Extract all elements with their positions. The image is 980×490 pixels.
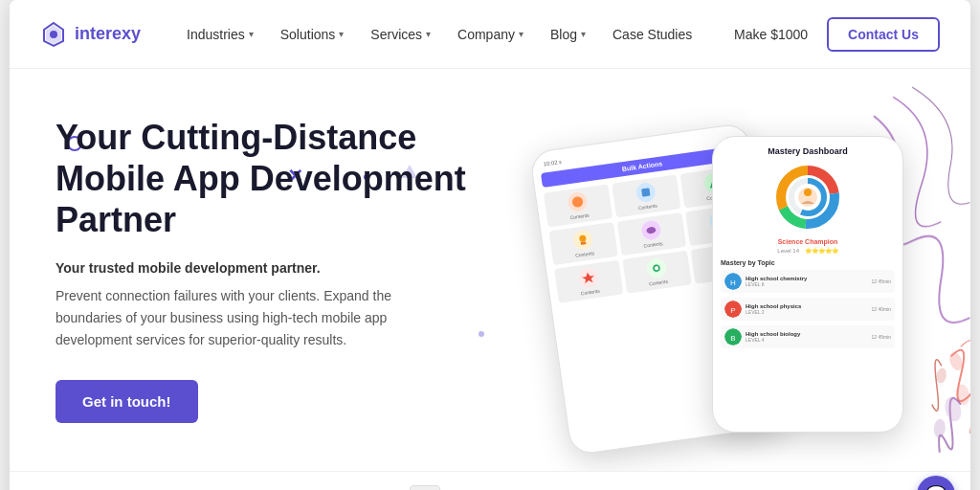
champion-text: Science Champion: [721, 238, 895, 245]
phone-container: 10:02 ε ●●● Bulk Actions Contents: [540, 107, 903, 471]
svg-text:P: P: [730, 306, 735, 315]
phone-item: Contents: [548, 222, 617, 265]
hero-subtitle: Your trusted mobile development partner.: [56, 260, 509, 276]
chevron-down-icon: ▾: [581, 29, 586, 39]
mastery-avatar-2: B: [724, 328, 742, 345]
chevron-down-icon: ▾: [519, 29, 523, 39]
hero-description: Prevent connection failures with your cl…: [56, 285, 419, 351]
make-money-link[interactable]: Make $1000: [734, 27, 808, 42]
mastery-item-2: B High school biology LEVEL 4 12 45min: [721, 325, 895, 348]
svg-point-6: [571, 196, 584, 209]
svg-text:B: B: [730, 334, 735, 343]
nav-company-label: Company: [457, 27, 515, 42]
mastery-item-level-1: LEVEL 2: [746, 309, 867, 315]
nav-cta-group: Make $1000 Contact Us: [734, 17, 940, 52]
nav-case-studies[interactable]: Case Studies: [612, 27, 692, 42]
chevron-down-icon: ▾: [339, 29, 344, 39]
featured-logos: BUSINESS INSIDER REVIEWED ON Clutch ★★★★…: [164, 485, 495, 490]
hero-cta-button[interactable]: Get in touch!: [56, 380, 198, 423]
nav-services[interactable]: Services ▾: [370, 27, 431, 42]
mastery-section-title: Mastery by Topic: [721, 259, 895, 266]
nav-industries[interactable]: Industries ▾: [187, 27, 254, 42]
nav-blog-label: Blog: [550, 27, 577, 42]
logo-icon: [40, 21, 67, 48]
svg-point-0: [50, 31, 57, 38]
mastery-item-level-2: LEVEL 4: [746, 337, 867, 343]
browser-frame: interexy Industries ▾ Solutions ▾ Servic…: [10, 0, 970, 490]
svg-point-27: [804, 189, 812, 196]
mastery-time-0: 12 45min: [871, 278, 891, 284]
nav-services-label: Services: [370, 27, 422, 42]
mastery-item-0: H High school chemistry LEVEL 6 12 45min: [721, 270, 895, 293]
contact-button[interactable]: Contact Us: [827, 17, 940, 52]
svg-rect-10: [581, 241, 587, 245]
svg-marker-14: [582, 272, 595, 284]
phone-front: Mastery Dashboard: [712, 136, 903, 433]
nav-solutions[interactable]: Solutions ▾: [280, 27, 345, 42]
mastery-time-2: 12 45min: [871, 334, 891, 340]
phone-item: Contents: [617, 212, 686, 256]
mastery-title: Mastery Dashboard: [721, 146, 895, 156]
featured-bar: Featured In BUSINESS INSIDER REVIEWED ON…: [10, 471, 970, 490]
mastery-avatar-1: P: [724, 301, 742, 318]
svg-point-2: [936, 368, 948, 385]
mastery-chart: [721, 164, 895, 231]
mastery-item-level-0: LEVEL 6: [746, 281, 867, 287]
svg-rect-7: [641, 188, 650, 196]
nav-blog[interactable]: Blog ▾: [550, 27, 586, 42]
svg-point-9: [579, 234, 587, 242]
phone-item: Contents: [612, 174, 680, 217]
chevron-down-icon: ▾: [249, 29, 254, 39]
mastery-item-1: P High school physics LEVEL 2 12 40min: [721, 298, 895, 321]
upwork-badge: TOP TOP RATED Upwork: [410, 485, 495, 490]
hero-left: Your Cutting-Distance Mobile App Develop…: [10, 69, 509, 471]
mastery-time-1: 12 40min: [871, 306, 891, 312]
nav-company[interactable]: Company ▾: [457, 27, 523, 42]
chat-icon: 💬: [925, 484, 947, 490]
nav-links: Industries ▾ Solutions ▾ Services ▾ Comp…: [187, 27, 734, 42]
logo[interactable]: interexy: [40, 21, 141, 48]
nav-industries-label: Industries: [187, 27, 245, 42]
hero-title: Your Cutting-Distance Mobile App Develop…: [56, 117, 509, 241]
phone-item: Contents: [554, 260, 623, 303]
phone-item: Contents: [622, 251, 691, 294]
mastery-avatar-0: H: [724, 273, 742, 290]
nav-solutions-label: Solutions: [280, 27, 336, 42]
phone-item: Contents: [544, 184, 612, 227]
hero-section: ✕ Your Cutting-Distance Mobile App Devel…: [10, 69, 970, 471]
svg-text:H: H: [730, 278, 736, 287]
upwork-shield-icon: TOP: [410, 485, 440, 490]
nav-case-studies-label: Case Studies: [612, 27, 692, 42]
level-text: Level 14 ⭐⭐⭐⭐⭐: [721, 247, 895, 254]
svg-point-5: [933, 418, 947, 438]
phone-time: 10:02 ε: [543, 159, 562, 167]
hero-right: 10:02 ε ●●● Bulk Actions Contents: [509, 69, 970, 471]
chevron-down-icon: ▾: [426, 29, 431, 39]
svg-point-11: [646, 226, 657, 234]
navbar: interexy Industries ▾ Solutions ▾ Servic…: [10, 0, 970, 69]
brand-name: interexy: [75, 24, 141, 44]
